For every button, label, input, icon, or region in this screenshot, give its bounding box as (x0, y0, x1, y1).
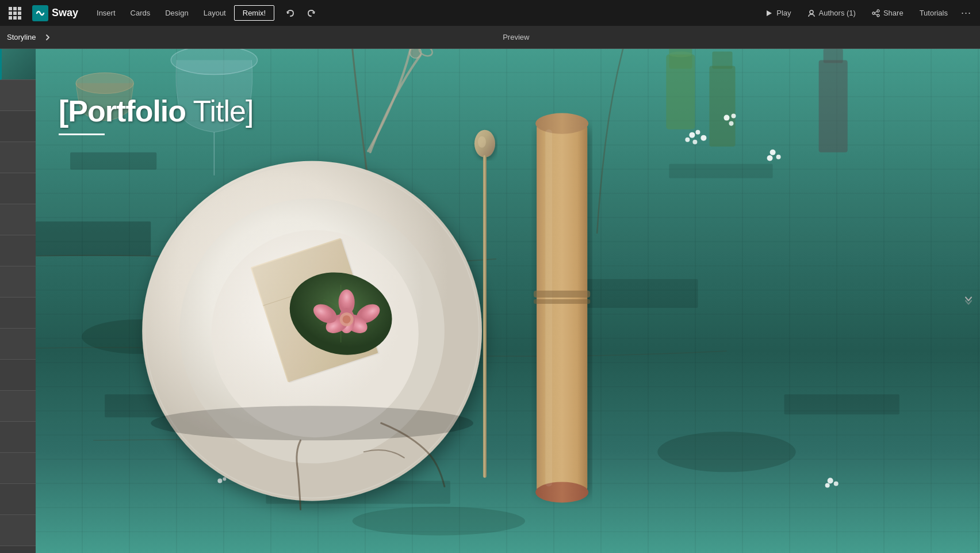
apps-grid-icon (9, 7, 21, 20)
sidebar-thumbnails (0, 49, 36, 553)
sway-logo-icon (32, 5, 48, 21)
navbar-left: Sway Insert Cards Design Layout Remix! (5, 3, 320, 24)
main-area: [Portfolio Title] (0, 49, 980, 553)
slide-thumbnail-4[interactable] (0, 142, 36, 173)
portfolio-title-light: Title] (193, 94, 254, 128)
svg-point-36 (723, 115, 729, 121)
slide-thumbnail-10[interactable] (0, 329, 36, 360)
svg-point-38 (729, 121, 733, 126)
svg-rect-30 (824, 49, 843, 63)
more-button[interactable]: ··· (957, 4, 975, 22)
cards-menu-item[interactable]: Cards (124, 5, 158, 21)
svg-rect-78 (534, 291, 590, 298)
chevron-down-icon (964, 293, 973, 307)
svg-rect-77 (545, 129, 552, 487)
layout-menu-item[interactable]: Layout (197, 5, 233, 21)
sway-icon (35, 8, 45, 18)
slide-thumbnail-13[interactable] (0, 422, 36, 453)
slide-thumbnail-5[interactable] (0, 173, 36, 204)
svg-point-4 (877, 14, 879, 17)
slide-thumbnail-12[interactable] (0, 391, 36, 422)
svg-line-5 (875, 12, 877, 13)
nav-menu: Insert Cards Design Layout Remix! (90, 5, 274, 21)
redo-icon (307, 9, 316, 18)
undo-icon (286, 9, 295, 18)
share-icon (872, 9, 880, 17)
svg-point-70 (343, 315, 351, 323)
canvas-area[interactable]: [Portfolio Title] (36, 49, 980, 553)
svg-rect-9 (70, 152, 156, 170)
remix-button[interactable]: Remix! (234, 5, 274, 21)
preview-label: Preview (503, 33, 529, 41)
redo-button[interactable] (302, 4, 320, 22)
authors-button[interactable]: Authors (1) (801, 6, 863, 20)
storyline-bar: Storyline Preview (0, 26, 980, 49)
slide-thumbnail-1[interactable] (0, 49, 36, 80)
svg-rect-74 (537, 124, 587, 493)
slide-thumbnail-9[interactable] (0, 298, 36, 329)
slide-thumbnail-8[interactable] (0, 266, 36, 298)
svg-point-20 (408, 49, 423, 60)
title-underline (59, 134, 105, 135)
svg-point-48 (223, 477, 226, 480)
svg-point-33 (700, 135, 706, 141)
slide-thumbnail-3[interactable] (0, 111, 36, 142)
svg-point-1 (810, 10, 813, 14)
svg-rect-11 (669, 164, 772, 178)
navbar-right: Play Authors (1) Share Tutorials ··· (758, 4, 975, 22)
svg-rect-29 (819, 60, 848, 152)
svg-rect-12 (784, 394, 899, 414)
svg-point-35 (685, 138, 690, 142)
svg-point-34 (692, 140, 697, 144)
svg-point-26 (669, 51, 692, 57)
svg-point-51 (825, 483, 830, 487)
svg-point-50 (834, 481, 839, 486)
apps-button[interactable] (5, 3, 25, 24)
sway-logo-text: Sway (52, 7, 78, 19)
slide-thumbnail-11[interactable] (0, 360, 36, 391)
play-icon (765, 9, 773, 17)
chevron-right-icon (44, 34, 51, 41)
slide-thumbnail-2[interactable] (0, 80, 36, 111)
design-menu-item[interactable]: Design (158, 5, 195, 21)
scroll-down-indicator[interactable] (964, 293, 973, 310)
svg-rect-28 (712, 51, 732, 68)
svg-point-2 (877, 10, 879, 12)
tutorials-button[interactable]: Tutorials (913, 6, 955, 20)
svg-point-37 (731, 114, 736, 119)
svg-point-80 (151, 406, 473, 440)
svg-point-32 (695, 130, 700, 135)
svg-point-39 (770, 150, 776, 155)
svg-point-15 (657, 432, 795, 472)
svg-point-76 (535, 482, 588, 502)
svg-point-3 (872, 12, 875, 14)
svg-point-49 (828, 478, 833, 483)
authors-icon (807, 9, 816, 17)
svg-rect-27 (709, 66, 735, 147)
svg-point-31 (689, 132, 695, 138)
svg-point-47 (217, 478, 222, 483)
storyline-chevron-button[interactable] (41, 30, 55, 44)
slide-thumbnail-7[interactable] (0, 235, 36, 266)
title-overlay: [Portfolio Title] (59, 95, 253, 135)
svg-point-16 (353, 506, 525, 535)
svg-line-6 (875, 14, 877, 15)
svg-point-73 (478, 136, 486, 148)
svg-rect-7 (36, 222, 151, 256)
undo-button[interactable] (281, 4, 300, 22)
undo-redo-group (281, 4, 320, 22)
share-button[interactable]: Share (865, 6, 910, 20)
slide-thumbnail-15[interactable] (0, 484, 36, 515)
svg-rect-72 (483, 155, 487, 478)
play-button[interactable]: Play (758, 6, 798, 20)
more-icon: ··· (961, 7, 971, 19)
slide-thumbnail-16[interactable] (0, 515, 36, 546)
insert-menu-item[interactable]: Insert (90, 5, 122, 21)
slide-thumbnail-14[interactable] (0, 453, 36, 484)
portfolio-title: [Portfolio Title] (59, 95, 253, 128)
svg-rect-79 (534, 299, 590, 304)
sway-logo[interactable]: Sway (28, 5, 83, 21)
svg-point-75 (535, 113, 588, 134)
storyline-label: Storyline (7, 33, 36, 41)
slide-thumbnail-6[interactable] (0, 204, 36, 235)
